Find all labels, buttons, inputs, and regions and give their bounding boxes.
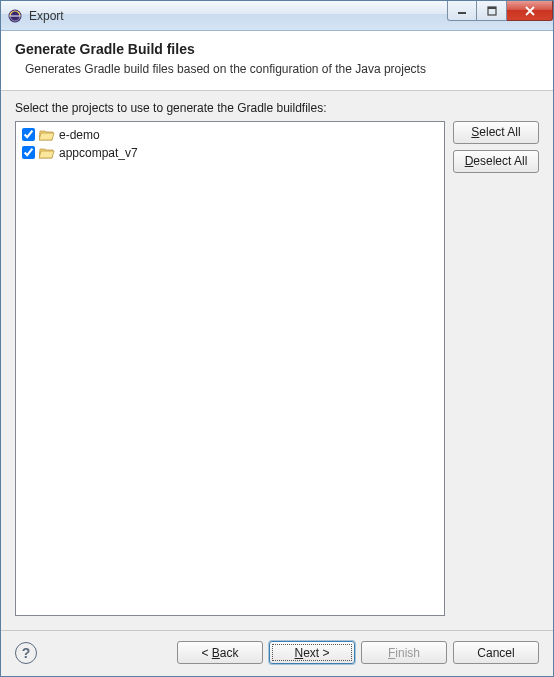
project-checkbox[interactable]	[22, 146, 35, 159]
next-button[interactable]: Next >	[269, 641, 355, 664]
select-all-button[interactable]: Select All	[453, 121, 539, 144]
project-name: appcompat_v7	[59, 146, 138, 160]
page-description: Generates Gradle build files based on th…	[15, 61, 539, 78]
window-controls	[447, 1, 553, 21]
help-button[interactable]: ?	[15, 642, 37, 664]
folder-icon	[39, 128, 55, 142]
main-section: Select the projects to use to generate t…	[1, 91, 553, 622]
page-title: Generate Gradle Build files	[15, 41, 539, 57]
svg-rect-2	[458, 12, 466, 14]
content-area: Generate Gradle Build files Generates Gr…	[1, 31, 553, 676]
cancel-button[interactable]: Cancel	[453, 641, 539, 664]
projects-list[interactable]: e-demo appcompat_v7	[15, 121, 445, 616]
selection-buttons: Select All Deselect All	[453, 121, 539, 616]
instruction-label: Select the projects to use to generate t…	[15, 101, 539, 115]
list-item[interactable]: appcompat_v7	[20, 144, 440, 162]
svg-rect-4	[488, 7, 496, 9]
export-dialog: Export Generate Gradle Build files Gener…	[0, 0, 554, 677]
eclipse-icon	[7, 8, 23, 24]
close-button[interactable]	[507, 1, 553, 21]
deselect-all-button[interactable]: Deselect All	[453, 150, 539, 173]
svg-rect-1	[10, 15, 21, 16]
folder-icon	[39, 146, 55, 160]
window-title: Export	[29, 9, 64, 23]
minimize-button[interactable]	[447, 1, 477, 21]
project-checkbox[interactable]	[22, 128, 35, 141]
list-item[interactable]: e-demo	[20, 126, 440, 144]
project-name: e-demo	[59, 128, 100, 142]
finish-button: Finish	[361, 641, 447, 664]
back-button[interactable]: < Back	[177, 641, 263, 664]
projects-row: e-demo appcompat_v7 Sel	[15, 121, 539, 616]
maximize-button[interactable]	[477, 1, 507, 21]
wizard-header: Generate Gradle Build files Generates Gr…	[1, 31, 553, 91]
titlebar: Export	[1, 1, 553, 31]
wizard-buttons: ? < Back Next > Finish Cancel	[1, 631, 553, 676]
